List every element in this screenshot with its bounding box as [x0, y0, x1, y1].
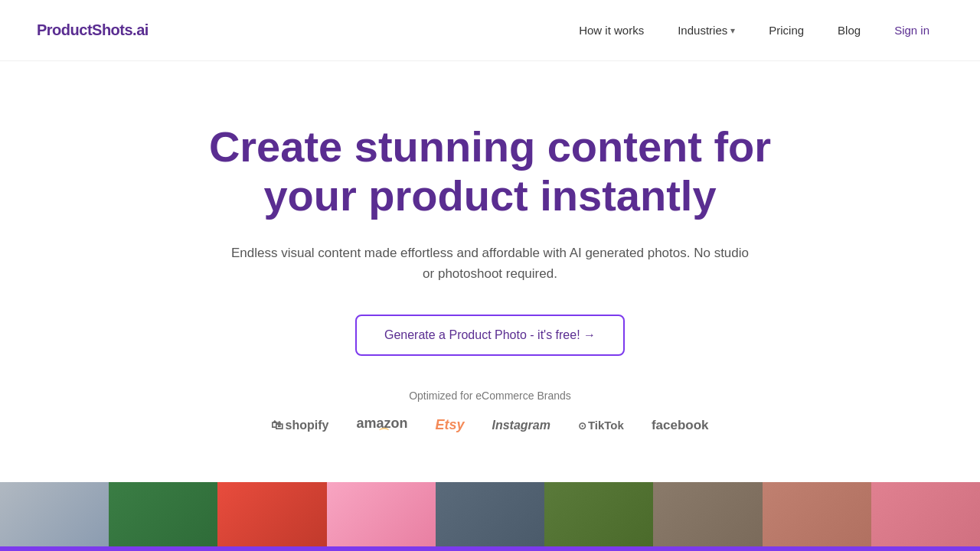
strip-overlay-2 [217, 546, 326, 551]
brand-amazon: amazon⌒ [356, 416, 407, 435]
navbar: ProductShots.ai How it works Industries … [0, 0, 980, 61]
strip-item-0 [0, 482, 109, 551]
nav-link-how-it-works[interactable]: How it works [565, 18, 658, 43]
strip-item-7 [763, 482, 871, 551]
shopify-bag-icon: 🛍 [271, 419, 283, 432]
hero-title: Create stunning content for your product… [161, 122, 819, 221]
strip-overlay-0 [0, 546, 109, 551]
strip-overlay-1 [109, 546, 217, 551]
brands-logos: 🛍shopify amazon⌒ Etsy Instagram ⊙TikTok … [271, 416, 708, 435]
brands-label: Optimized for eCommerce Brands [409, 390, 571, 402]
tiktok-icon: ⊙ [578, 420, 586, 432]
brand-etsy: Etsy [435, 417, 464, 433]
brand-tiktok: ⊙TikTok [578, 419, 624, 432]
strip-item-3 [327, 482, 436, 551]
brand-shopify: 🛍shopify [271, 419, 328, 432]
brands-section: Optimized for eCommerce Brands 🛍shopify … [271, 390, 708, 435]
strip-item-8 [871, 482, 980, 551]
strip-item-2 [217, 482, 326, 551]
nav-link-blog[interactable]: Blog [824, 18, 874, 43]
strip-overlay-3 [327, 546, 436, 551]
strip-item-5 [544, 482, 653, 551]
strip-overlay-8 [871, 546, 980, 551]
strip-overlay-5 [544, 546, 653, 551]
chevron-down-icon: ▾ [730, 25, 735, 36]
strip-overlay-4 [436, 546, 544, 551]
strip-item-6 [653, 482, 762, 551]
strip-item-1 [109, 482, 217, 551]
logo[interactable]: ProductShots.ai [37, 21, 149, 39]
strip-item-4 [436, 482, 544, 551]
brand-facebook: facebook [652, 418, 709, 433]
brand-instagram: Instagram [492, 419, 550, 432]
image-strip [0, 482, 980, 551]
hero-subtitle: Endless visual content made effortless a… [230, 243, 750, 284]
strip-overlay-7 [763, 546, 871, 551]
hero-section: Create stunning content for your product… [0, 61, 980, 482]
nav-link-industries[interactable]: Industries ▾ [664, 18, 749, 43]
strip-overlay-6 [653, 546, 762, 551]
nav-links: How it works Industries ▾ Pricing Blog S… [565, 18, 943, 43]
nav-link-pricing[interactable]: Pricing [755, 18, 818, 43]
signin-link[interactable]: Sign in [880, 18, 943, 43]
cta-generate-button[interactable]: Generate a Product Photo - it's free! → [355, 315, 625, 356]
